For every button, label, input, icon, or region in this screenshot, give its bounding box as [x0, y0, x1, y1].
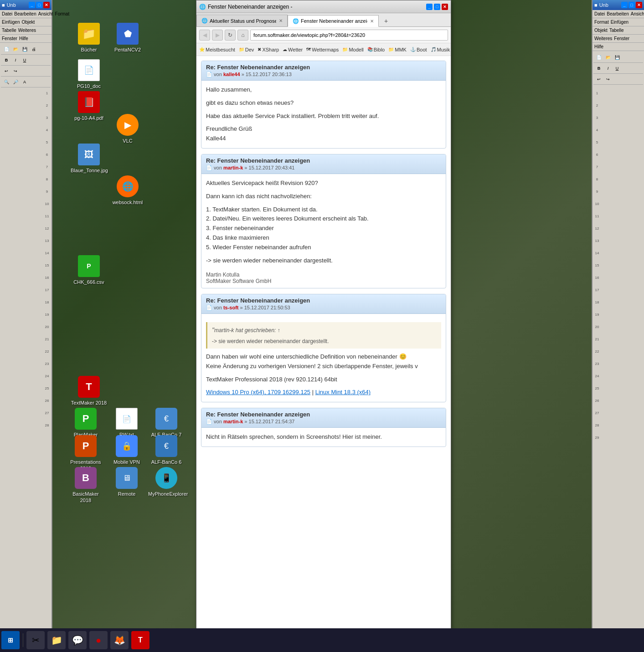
tb-save-btn[interactable]: 💾 — [21, 45, 29, 53]
icon-alfbanco7[interactable]: € ALF-BanCo 7 — [148, 408, 185, 438]
home-btn[interactable]: ⌂ — [237, 30, 248, 41]
bk-musik[interactable]: 🎵 Musik — [431, 47, 450, 52]
rtb-save-btn[interactable]: 💾 — [613, 53, 621, 62]
right-panel-max-btn[interactable]: □ — [629, 2, 635, 8]
tb-bold-btn[interactable]: B — [2, 56, 10, 64]
taskbar-red-btn[interactable]: ● — [89, 631, 108, 649]
new-tab-btn[interactable]: + — [381, 15, 392, 26]
icon-basicmaker2018[interactable]: B BasicMaker 2018 — [67, 467, 104, 504]
tb-italic-btn[interactable]: I — [11, 56, 20, 64]
post4-author[interactable]: martin-k — [223, 419, 243, 424]
bk-modell[interactable]: 📁 Modell — [342, 47, 363, 52]
right-panel-close-btn[interactable]: ✕ — [636, 2, 642, 8]
rtb-redo-btn[interactable]: ↪ — [604, 75, 612, 83]
post3-author[interactable]: ts-soft — [223, 305, 239, 310]
tb-redo-btn[interactable]: ↪ — [11, 67, 20, 75]
bk-xsharp[interactable]: ✖ XSharp — [258, 47, 279, 52]
icon-alfbanco6[interactable]: € ALF-BanCo 6 — [148, 435, 185, 465]
rtb-undo-btn[interactable]: ↩ — [595, 75, 603, 83]
tb-search-btn[interactable]: 🔍 — [2, 78, 10, 86]
left-menu-format[interactable]: Format — [55, 11, 70, 16]
rtb-underline-btn[interactable]: U — [613, 64, 621, 72]
taskbar-folder-btn[interactable]: 📁 — [47, 631, 66, 649]
icon-pg10pdf[interactable]: 📕 pg-10-A4.pdf — [71, 91, 107, 121]
right-menu-einfuegen[interactable]: Einfügen — [611, 20, 629, 25]
right-menu-fenster[interactable]: Fenster — [614, 36, 629, 41]
tab2-close-icon[interactable]: ✕ — [370, 19, 374, 24]
forward-btn[interactable]: ▶ — [212, 30, 223, 41]
rtb-italic-btn[interactable]: I — [604, 64, 612, 72]
icon-presentations2018[interactable]: P Presentations 2018 — [67, 435, 104, 472]
taskbar-start-btn[interactable]: ⊞ — [1, 631, 20, 649]
post1-author[interactable]: kalle44 — [223, 72, 240, 77]
bk-meistbesucht[interactable]: ⭐ Meistbesucht — [199, 47, 235, 52]
post3-linux-link[interactable]: Linux Mint 18.3 (x64) — [315, 389, 371, 395]
rtb-open-btn[interactable]: 📂 — [604, 53, 612, 62]
bk-wetter[interactable]: ☁ Wetter — [283, 47, 303, 52]
browser-tab-1[interactable]: 🌐 Aktueller Status und Prognose ... ✕ — [196, 15, 288, 26]
browser-min-btn[interactable]: _ — [426, 4, 433, 10]
refresh-btn[interactable]: ↻ — [225, 30, 236, 41]
tb-print-btn[interactable]: 🖨 — [30, 45, 38, 53]
right-menu-tabelle[interactable]: Tabelle — [609, 28, 624, 33]
left-menu-hilfe[interactable]: Hilfe — [19, 36, 28, 41]
left-panel-min-btn[interactable]: _ — [29, 2, 35, 8]
icon-vlc[interactable]: ▶ VLC — [109, 114, 146, 144]
left-menu-weiteres[interactable]: Weiteres — [18, 28, 36, 33]
icon-myphoneexplorer[interactable]: 📱 MyPhoneExplorer — [148, 467, 185, 497]
tb-find2-btn[interactable]: 🔎 — [11, 78, 20, 86]
icon-chk666[interactable]: P CHK_666.csv — [71, 255, 107, 285]
browser-tab-2[interactable]: 🌐 Fenster Nebeneinander anzeigen - ✕ — [288, 15, 379, 27]
browser-content[interactable]: Re: Fenster Nebeneinander anzeigen 📄 von… — [196, 56, 451, 628]
tb-new-btn[interactable]: 📄 — [2, 45, 10, 53]
right-panel-min-btn[interactable]: _ — [621, 2, 628, 8]
right-menu-format[interactable]: Format — [594, 20, 609, 25]
icon-textmaker2018[interactable]: T TextMaker 2018 — [71, 376, 107, 406]
taskbar-snipping-tool[interactable]: ✂ — [26, 631, 45, 649]
address-bar[interactable] — [250, 30, 448, 41]
right-menu-weiteres[interactable]: Weiteres — [594, 36, 612, 41]
icon-mobilevpn[interactable]: 🔒 Mobile VPN — [108, 435, 145, 465]
browser-max-btn[interactable]: □ — [434, 4, 440, 10]
left-menu-ansicht[interactable]: Ansicht — [38, 11, 53, 16]
right-menu-datei[interactable]: Datei — [594, 11, 605, 16]
tab1-close-icon[interactable]: ✕ — [279, 18, 283, 23]
icon-pwtxt[interactable]: 📄 PW.txt — [108, 408, 145, 438]
left-panel-max-btn[interactable]: □ — [36, 2, 42, 8]
left-panel-close-btn[interactable]: ✕ — [43, 2, 50, 8]
icon-bucher[interactable]: 📁 Bücher — [71, 23, 107, 53]
back-btn[interactable]: ◀ — [199, 30, 210, 41]
icon-websock[interactable]: 🌐 websock.html — [109, 175, 146, 205]
tb-underline-btn[interactable]: U — [21, 56, 29, 64]
post2-author[interactable]: martin-k — [223, 165, 243, 170]
right-menu-ansicht[interactable]: Ansicht — [631, 11, 644, 16]
tb-undo-btn[interactable]: ↩ — [2, 67, 10, 75]
right-menu-bearbeiten[interactable]: Bearbeiten — [607, 11, 629, 16]
bk-dev[interactable]: 📁 Dev — [239, 47, 254, 52]
left-menu-objekt[interactable]: Objekt — [21, 20, 35, 25]
left-menu-tabelle[interactable]: Tabelle — [2, 28, 16, 33]
left-menu-bearbeiten[interactable]: Bearbeiten — [14, 11, 36, 16]
icon-pentancv2[interactable]: ⬟ PentaNCV2 — [109, 23, 146, 53]
rtb-bold-btn[interactable]: B — [595, 64, 603, 72]
bk-mmk[interactable]: 📁 MMK — [388, 47, 407, 52]
right-menu-objekt[interactable]: Objekt — [594, 28, 608, 33]
icon-blaue-tonne[interactable]: 🖼 Blaue_Tonne.jpg — [71, 144, 107, 174]
post3-win-link[interactable]: Windows 10 Pro (x64), 1709 16299.125 — [206, 389, 310, 395]
left-menu-fenster[interactable]: Fenster — [2, 36, 17, 41]
icon-pg10doc[interactable]: 📄 PG10_doc — [71, 59, 107, 89]
taskbar-chat-btn[interactable]: 💬 — [68, 631, 87, 649]
taskbar-firefox-btn[interactable]: 🦊 — [110, 631, 129, 649]
rtb-new-btn[interactable]: 📄 — [595, 53, 603, 62]
tb-open-btn[interactable]: 📂 — [11, 45, 20, 53]
icon-remote[interactable]: 🖥 Remote — [108, 467, 145, 497]
left-menu-datei[interactable]: Datei — [2, 11, 12, 16]
tb-font-btn[interactable]: A — [21, 78, 29, 86]
right-menu-hilfe[interactable]: Hilfe — [594, 44, 603, 49]
bk-boot[interactable]: ⚓ Boot — [410, 47, 427, 52]
left-menu-einfuegen[interactable]: Einfügen — [2, 20, 20, 25]
taskbar-textmaker-btn[interactable]: T — [131, 631, 149, 649]
bk-biblo[interactable]: 📚 Biblo — [367, 47, 385, 52]
bk-wettermaps[interactable]: 🗺 Wettermaps — [306, 47, 339, 52]
browser-close-btn[interactable]: ✕ — [442, 4, 448, 10]
